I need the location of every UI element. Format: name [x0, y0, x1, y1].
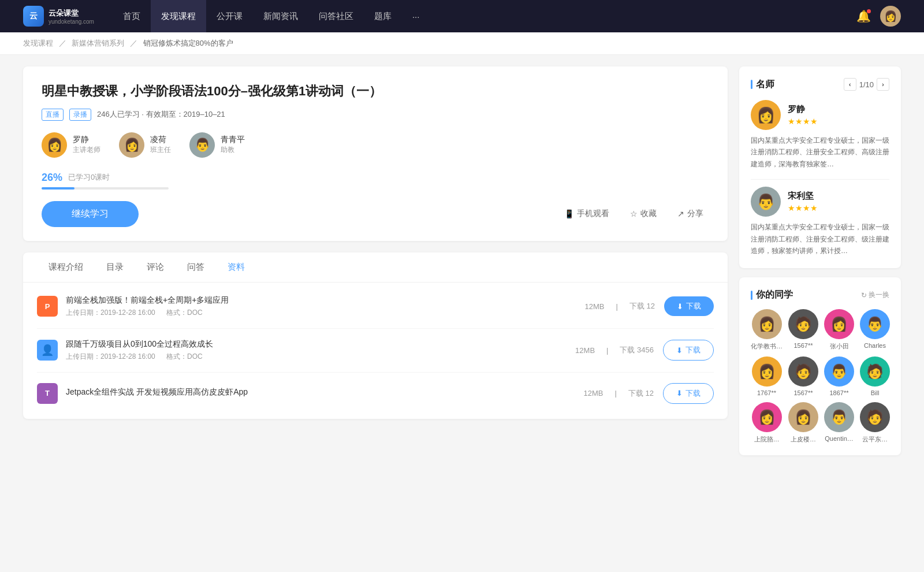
classmate-6[interactable]: 👨 1867** [824, 356, 854, 396]
teacher-sidebar-stars-0: ★★★★ [788, 117, 818, 126]
tag-live: 直播 [42, 109, 64, 121]
pagination: ‹ 1/10 › [844, 78, 889, 91]
course-meta-row: 直播 录播 246人已学习 · 有效期至：2019–10–21 [42, 109, 709, 121]
classmate-11[interactable]: 🧑 云平东… [860, 402, 890, 444]
classmate-7[interactable]: 🧑 Bill [860, 356, 890, 396]
download-icon-2: ⬇ [676, 389, 683, 398]
classmate-name-0: 化学教书… [751, 342, 783, 351]
tab-comments[interactable]: 评论 [135, 252, 176, 282]
classmate-8[interactable]: 👩 上院胳… [751, 402, 783, 444]
download-button-2[interactable]: ⬇ 下载 [663, 383, 714, 404]
download-icon-0: ⬇ [677, 302, 683, 311]
teacher-sidebar-avatar-0: 👩 [751, 100, 781, 130]
classmates-title: 你的同学 [751, 289, 793, 301]
tab-qa[interactable]: 问答 [176, 252, 216, 282]
logo-text-area: 云朵课堂 yundoketang.com [49, 8, 94, 25]
tab-resources[interactable]: 资料 [216, 252, 256, 282]
action-row: 继续学习 📱 手机观看 ☆ 收藏 ↗ 分享 [42, 201, 709, 227]
resource-item-1: 👤 跟随千万级项目从0到100全过程高效成长 上传日期：2019-12-28 1… [37, 329, 714, 373]
teachers-sidebar-card: 名师 ‹ 1/10 › 👩 罗静 ★★★★ [739, 66, 901, 268]
classmate-name-4: 1767** [757, 389, 776, 396]
breadcrumb-current: 销冠修炼术搞定80%的客户 [143, 39, 233, 47]
progress-bar-fill [42, 187, 74, 190]
nav-item-public[interactable]: 公开课 [206, 0, 253, 32]
resource-icon-0: P [37, 296, 58, 317]
breadcrumb-discover[interactable]: 发现课程 [23, 39, 53, 47]
classmate-name-10: Quentin… [825, 435, 854, 442]
resource-title-1: 跟随千万级项目从0到100全过程高效成长 [66, 339, 575, 350]
tab-intro[interactable]: 课程介绍 [37, 252, 95, 282]
teachers-card-title: 名师 [751, 79, 774, 91]
progress-label-text: 已学习0课时 [68, 172, 110, 183]
teacher-2-avatar: 👨 [189, 132, 215, 158]
notification-bell[interactable]: 🔔 [856, 9, 871, 23]
teacher-1-avatar: 👩 [119, 132, 144, 158]
resource-title-2: Jetpack全组件实战 开发短视频应用高仿皮皮虾App [66, 387, 584, 398]
nav-item-qa[interactable]: 问答社区 [308, 0, 364, 32]
breadcrumb: 发现课程 ／ 新媒体营销系列 ／ 销冠修炼术搞定80%的客户 [0, 32, 924, 55]
nav-item-more[interactable]: ··· [402, 0, 430, 32]
nav-item-home[interactable]: 首页 [113, 0, 151, 32]
resource-meta-0: 上传日期：2019-12-28 16:00 格式：DOC [66, 308, 585, 318]
user-avatar-nav[interactable]: 👩 [880, 6, 901, 27]
notification-dot [867, 9, 871, 13]
classmate-10[interactable]: 👨 Quentin… [824, 402, 854, 444]
teacher-0-avatar: 👩 [42, 132, 67, 158]
share-icon: ↗ [677, 209, 684, 218]
resource-info-1: 跟随千万级项目从0到100全过程高效成长 上传日期：2019-12-28 16:… [66, 339, 575, 362]
classmate-4[interactable]: 👩 1767** [751, 356, 783, 396]
teacher-sidebar-avatar-1: 👨 [751, 187, 781, 217]
download-button-0[interactable]: ⬇ 下载 [664, 296, 714, 316]
teacher-sidebar-1: 👨 宋利坚 ★★★★ 国内某重点大学安全工程专业硕士，国家一级注册消防工程师、注… [751, 187, 889, 257]
navbar: 云 云朵课堂 yundoketang.com 首页 发现课程 公开课 新闻资讯 … [0, 0, 924, 32]
classmate-name-8: 上院胳… [754, 435, 780, 444]
share-button[interactable]: ↗ 分享 [672, 205, 709, 222]
page-indicator: 1/10 [859, 80, 874, 89]
refresh-classmates-button[interactable]: ↻ 换一换 [861, 290, 889, 300]
continue-learning-button[interactable]: 继续学习 [42, 201, 139, 227]
course-title: 明星中教授课，小学阶段语法100分–强化级第1讲动词（一） [42, 83, 709, 101]
classmate-2[interactable]: 👩 张小田 [824, 309, 854, 351]
classmate-name-5: 1567** [793, 389, 813, 396]
classmate-name-11: 云平东… [862, 435, 888, 444]
main-layout: 明星中教授课，小学阶段语法100分–强化级第1讲动词（一） 直播 录播 246人… [0, 55, 924, 572]
nav-item-quiz[interactable]: 题库 [364, 0, 402, 32]
classmate-name-2: 张小田 [830, 342, 849, 351]
course-stats: 246人已学习 · 有效期至：2019–10–21 [97, 109, 225, 120]
resource-info-2: Jetpack全组件实战 开发短视频应用高仿皮皮虾App [66, 387, 584, 400]
nav-item-news[interactable]: 新闻资讯 [253, 0, 308, 32]
teacher-0-role: 主讲老师 [73, 145, 100, 155]
resource-icon-1: 👤 [37, 340, 58, 361]
classmate-1[interactable]: 🧑 1567** [788, 309, 818, 351]
teacher-sidebar-0: 👩 罗静 ★★★★ 国内某重点大学安全工程专业硕士，国家一级注册消防工程师、注册… [751, 100, 889, 170]
classmate-0[interactable]: 👩 化学教书… [751, 309, 783, 351]
logo-area[interactable]: 云 云朵课堂 yundoketang.com [23, 6, 94, 27]
classmate-5[interactable]: 🧑 1567** [788, 356, 818, 396]
tabs-section: 课程介绍 目录 评论 问答 资料 P 前端全栈加强版！前端全栈+全周期+多端应用… [23, 252, 728, 419]
page-next-button[interactable]: › [877, 78, 889, 91]
classmate-9[interactable]: 👩 上皮楼… [788, 402, 818, 444]
phone-watch-button[interactable]: 📱 手机观看 [558, 205, 615, 222]
collect-button[interactable]: ☆ 收藏 [624, 205, 662, 222]
teacher-sidebar-name-0: 罗静 [788, 104, 818, 115]
resource-right-0: 12MB | 下载 12 [585, 301, 655, 311]
nav-item-discover[interactable]: 发现课程 [151, 0, 206, 32]
resource-icon-2: T [37, 383, 58, 404]
tab-catalog[interactable]: 目录 [95, 252, 135, 282]
teacher-0: 👩 罗静 主讲老师 [42, 132, 100, 158]
content-area: 明星中教授课，小学阶段语法100分–强化级第1讲动词（一） 直播 录播 246人… [23, 66, 728, 571]
teacher-1: 👩 凌荷 班主任 [119, 132, 171, 158]
refresh-icon: ↻ [861, 291, 867, 299]
teachers-row: 👩 罗静 主讲老师 👩 凌荷 班主任 👨 青青平 [42, 132, 709, 158]
resource-right-2: 12MB | 下载 12 [584, 388, 654, 399]
resource-right-1: 12MB | 下载 3456 [575, 345, 654, 355]
page-prev-button[interactable]: ‹ [844, 78, 856, 91]
course-card: 明星中教授课，小学阶段语法100分–强化级第1讲动词（一） 直播 录播 246人… [23, 66, 728, 241]
breadcrumb-series[interactable]: 新媒体营销系列 [72, 39, 124, 47]
logo-icon: 云 [23, 6, 44, 27]
download-button-1[interactable]: ⬇ 下载 [663, 340, 714, 361]
resource-info-0: 前端全栈加强版！前端全栈+全周期+多端应用 上传日期：2019-12-28 16… [66, 295, 585, 318]
nav-menu: 首页 发现课程 公开课 新闻资讯 问答社区 题库 ··· [113, 0, 856, 32]
download-icon-1: ⬇ [676, 346, 683, 355]
classmate-3[interactable]: 👨 Charles [860, 309, 890, 351]
